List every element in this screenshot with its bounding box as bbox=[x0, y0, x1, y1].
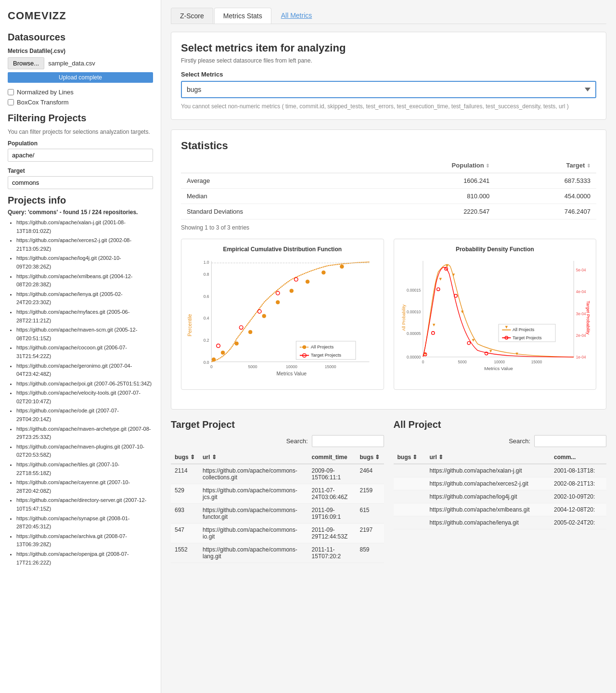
svg-text:15000: 15000 bbox=[325, 364, 336, 369]
tab-all-metrics[interactable]: All Metrics bbox=[272, 8, 321, 24]
svg-text:1e-04: 1e-04 bbox=[576, 355, 586, 359]
url-val: https://github.com/apache/lenya.git bbox=[425, 516, 550, 529]
tab-metrics-stats[interactable]: Metrics Stats bbox=[214, 8, 271, 24]
showing-text: Showing 1 to 3 of 3 entries bbox=[181, 224, 596, 231]
list-item: https://github.com/apache/myfaces.git (2… bbox=[16, 308, 153, 325]
url-val: https://github.com/apache/xmlbeans.git bbox=[425, 503, 550, 516]
col-header-bugs[interactable]: bugs ⇕ bbox=[171, 451, 199, 464]
commit-time-val: 2009-09-15T06:11:1 bbox=[308, 464, 356, 484]
table-row: 547 https://github.com/apache/commons-io… bbox=[171, 524, 384, 543]
list-item: https://github.com/apache/archiva.git (2… bbox=[16, 532, 153, 549]
commit-time-val: 2011-09-19T16:09:1 bbox=[308, 504, 356, 524]
statistics-title: Statistics bbox=[181, 140, 596, 152]
svg-text:0.6: 0.6 bbox=[204, 294, 209, 299]
normalized-checkbox-row: Normalized by Lines bbox=[8, 89, 153, 96]
bugs2-val: 615 bbox=[356, 504, 384, 524]
tab-zscore[interactable]: Z-Score bbox=[171, 8, 213, 24]
all-search-row: Search: bbox=[394, 435, 607, 447]
col-header-bugs2[interactable]: bugs ⇕ bbox=[356, 451, 384, 464]
bugs-val bbox=[394, 464, 426, 477]
col-header-population: Population ⇕ bbox=[363, 158, 495, 173]
list-item: https://github.com/apache/geronimo.git (… bbox=[16, 362, 153, 379]
svg-point-20 bbox=[290, 289, 294, 293]
list-item: https://github.com/apache/maven-plugins.… bbox=[16, 443, 153, 460]
boxcox-label: BoxCox Transform bbox=[17, 99, 69, 106]
bugs2-val: 2197 bbox=[356, 524, 384, 543]
all-search-input[interactable] bbox=[534, 435, 606, 447]
stats-target-value: 687.5333 bbox=[495, 173, 596, 189]
boxcox-checkbox-row: BoxCox Transform bbox=[8, 99, 153, 106]
target-search-input[interactable] bbox=[312, 435, 384, 447]
svg-text:0.0: 0.0 bbox=[204, 360, 209, 365]
svg-text:1.0: 1.0 bbox=[204, 260, 209, 265]
metrics-dropdown[interactable]: bugs url commit_id skipped_tests test_er… bbox=[181, 81, 596, 98]
svg-point-32 bbox=[303, 346, 307, 349]
svg-text:5e-04: 5e-04 bbox=[576, 268, 586, 272]
table-row: 693 https://github.com/apache/commons-fu… bbox=[171, 504, 384, 524]
svg-text:0: 0 bbox=[210, 364, 213, 369]
svg-text:0.4: 0.4 bbox=[204, 316, 209, 321]
svg-text:10000: 10000 bbox=[286, 364, 297, 369]
target-search-row: Search: bbox=[171, 435, 384, 447]
browse-button[interactable]: Browse... bbox=[8, 57, 44, 69]
population-label: Population bbox=[8, 140, 153, 147]
svg-text:All Projects: All Projects bbox=[513, 327, 535, 332]
statistics-card: Statistics Population ⇕ Target ⇕ Average… bbox=[171, 129, 606, 410]
all-table-wrapper: bugs ⇕ url ⇕ comm... https://github.com/… bbox=[394, 451, 607, 529]
population-input[interactable] bbox=[8, 149, 153, 162]
commit-val: 2004-12-08T20: bbox=[550, 503, 606, 516]
bugs2-val: 859 bbox=[356, 543, 384, 563]
svg-text:0.00015: 0.00015 bbox=[406, 288, 421, 293]
list-item: https://github.com/apache/xalan-j.git (2… bbox=[16, 218, 153, 235]
svg-point-25 bbox=[239, 326, 243, 330]
svg-point-16 bbox=[235, 342, 239, 346]
col-header-commit-time[interactable]: commit_time bbox=[308, 451, 356, 464]
boxcox-checkbox[interactable] bbox=[8, 99, 14, 105]
url-val: https://github.com/apache/commons-functo… bbox=[199, 504, 308, 524]
svg-marker-63 bbox=[489, 350, 491, 352]
commit-val: 2002-10-09T20: bbox=[550, 490, 606, 503]
stats-population-value: 810.000 bbox=[363, 189, 495, 204]
url-val: https://github.com/apache/xerces2-j.git bbox=[425, 477, 550, 490]
stats-row-stddev: Standard Deviations 2220.547 746.2407 bbox=[181, 204, 596, 219]
svg-point-18 bbox=[262, 314, 266, 318]
commit-val: 2001-08-13T18: bbox=[550, 464, 606, 477]
svg-point-26 bbox=[257, 309, 261, 313]
all-search-label: Search: bbox=[509, 437, 530, 445]
list-item: https://github.com/apache/velocity-tools… bbox=[16, 389, 153, 406]
table-row: 529 https://github.com/apache/commons-jc… bbox=[171, 484, 384, 504]
ecdf-title: Empirical Cumulative Distribution Functi… bbox=[186, 246, 379, 253]
svg-marker-57 bbox=[432, 324, 435, 326]
list-item: https://github.com/apache/xerces2-j.git … bbox=[16, 236, 153, 253]
ecdf-chart: Empirical Cumulative Distribution Functi… bbox=[181, 239, 384, 390]
url-val: https://github.com/apache/commons-io.git bbox=[199, 524, 308, 543]
svg-point-66 bbox=[431, 332, 434, 334]
svg-point-19 bbox=[276, 300, 280, 304]
col-header-comm[interactable]: comm... bbox=[550, 451, 606, 464]
col-header-url[interactable]: url ⇕ bbox=[425, 451, 550, 464]
col-header-url[interactable]: url ⇕ bbox=[199, 451, 308, 464]
col-header-target: Target ⇕ bbox=[495, 158, 596, 173]
svg-text:15000: 15000 bbox=[531, 360, 542, 364]
target-input[interactable] bbox=[8, 176, 153, 189]
list-item: https://github.com/apache/maven-archetyp… bbox=[16, 425, 153, 442]
all-data-table: bugs ⇕ url ⇕ comm... https://github.com/… bbox=[394, 451, 607, 529]
target-project-title: Target Project bbox=[171, 419, 384, 430]
stats-target-value: 454.0000 bbox=[495, 189, 596, 204]
select-card-subtitle: Firstly please select datasource files f… bbox=[181, 57, 596, 64]
ecdf-svg: Percentile 0.0 0.2 0.4 0.6 0.8 1.0 0 50 bbox=[186, 257, 379, 385]
table-header-row: bugs ⇕ url ⇕ commit_time bugs ⇕ bbox=[171, 451, 384, 464]
svg-text:Metrics Value: Metrics Value bbox=[484, 366, 513, 371]
pdf-svg: All Probability Target Probability 0.000… bbox=[399, 257, 591, 379]
svg-text:All Probability: All Probability bbox=[401, 304, 406, 331]
url-val: https://github.com/apache/commons-collec… bbox=[199, 464, 308, 484]
col-header-bugs[interactable]: bugs ⇕ bbox=[394, 451, 426, 464]
svg-text:2e-04: 2e-04 bbox=[576, 334, 586, 338]
commit-time-val: 2011-07-24T03:06:46Z bbox=[308, 484, 356, 504]
stats-population-value: 1606.241 bbox=[363, 173, 495, 189]
stats-target-value: 746.2407 bbox=[495, 204, 596, 219]
select-metrics-card: Select metrics item for analyzing Firstl… bbox=[171, 32, 606, 120]
table-row: 2114 https://github.com/apache/commons-c… bbox=[171, 464, 384, 484]
list-item: https://github.com/apache/maven-scm.git … bbox=[16, 326, 153, 343]
normalized-checkbox[interactable] bbox=[8, 89, 14, 95]
